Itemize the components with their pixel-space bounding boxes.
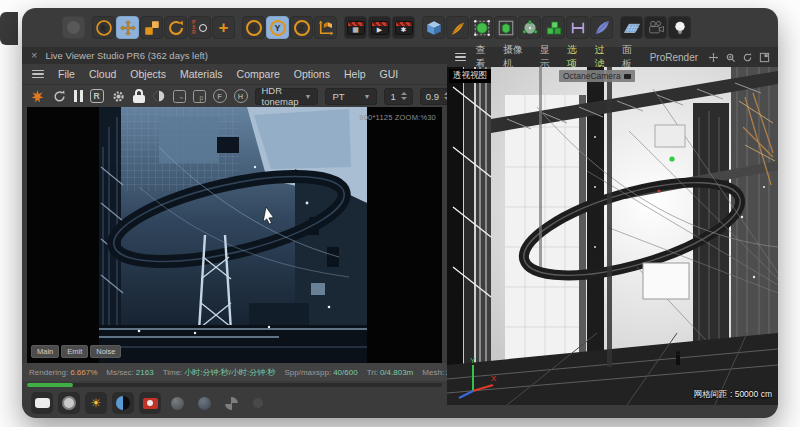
pan-icon[interactable] — [708, 52, 719, 63]
menu-cloud[interactable]: Cloud — [89, 68, 116, 80]
viewport-nav-icons — [708, 52, 770, 63]
psr-ring-icon — [199, 24, 207, 32]
add-cube-button[interactable] — [422, 16, 445, 39]
pass-tab-emit[interactable]: Emit — [61, 345, 88, 358]
contrast-pass-button[interactable] — [112, 392, 134, 414]
psr-tool-button[interactable]: PSR — [188, 16, 211, 39]
disabled-pass-button-2[interactable] — [193, 392, 215, 414]
spline-pen-button[interactable] — [446, 16, 469, 39]
kernel-dropdown[interactable]: PT ▼ — [325, 88, 377, 105]
beauty-pass-icon — [35, 398, 50, 408]
pen-icon — [449, 19, 467, 37]
spline-leaf-button[interactable] — [590, 16, 613, 39]
camera-pass-button[interactable] — [139, 392, 161, 414]
subsample-stepper[interactable]: 1 — [384, 88, 412, 105]
lock-resolution-button[interactable] — [133, 89, 145, 103]
sun-pass-button[interactable]: ☀ — [85, 392, 107, 414]
kernel-value: PT — [332, 91, 344, 102]
sphere-ring-icon — [62, 396, 76, 410]
z-axis-button[interactable]: Z — [290, 16, 313, 39]
camera-icon — [647, 19, 665, 37]
menu-compare[interactable]: Compare — [237, 68, 280, 80]
menu-objects[interactable]: Objects — [130, 68, 166, 80]
disabled-pass-button-3[interactable] — [220, 392, 242, 414]
vp-menu-prorender[interactable]: ProRender — [650, 52, 698, 63]
menu-materials[interactable]: Materials — [180, 68, 223, 80]
render-region-button[interactable]: ⌁ — [173, 90, 186, 103]
sync-button[interactable] — [52, 89, 67, 104]
viewport-hamburger-icon[interactable] — [455, 53, 466, 62]
perspective-viewport[interactable]: 透视视图 OctaneCamera 网格间距 : 50000 cm Y X — [447, 67, 778, 405]
add-plus-button[interactable]: + — [212, 16, 235, 39]
camera-mini-icon — [624, 74, 631, 79]
deformer-button[interactable] — [518, 16, 541, 39]
volume-generator-button[interactable] — [494, 16, 517, 39]
menu-help[interactable]: Help — [344, 68, 366, 80]
subdivision-surface-button[interactable] — [470, 16, 493, 39]
cube-icon — [425, 19, 443, 37]
select-tool-button[interactable] — [92, 16, 115, 39]
render-pass-tabs: Main Emit Noise — [31, 345, 121, 358]
light-button[interactable] — [668, 16, 691, 39]
render-picture-viewer-button[interactable]: ▶ — [368, 16, 391, 39]
live-button-disabled[interactable] — [62, 16, 85, 39]
render-view-icon: ▦ — [347, 21, 365, 35]
y-axis-button[interactable]: Y — [266, 16, 289, 39]
restart-button[interactable]: R — [90, 89, 104, 103]
top-toolbar: PSR + X Y Z ▦ ▶ ✱ — [22, 8, 778, 47]
clip-region-button[interactable]: p — [193, 90, 206, 103]
cinema4d-window: PSR + X Y Z ▦ ▶ ✱ — [22, 8, 778, 418]
disabled-pass-button-1[interactable] — [166, 392, 188, 414]
subsample-value: 1 — [390, 91, 395, 102]
octane-logo-button[interactable] — [30, 89, 45, 104]
viewport-name-label[interactable]: 透视视图 — [449, 69, 491, 83]
settings-button[interactable] — [111, 89, 126, 104]
pass-tab-noise[interactable]: Noise — [90, 345, 121, 358]
render-settings-button[interactable]: ✱ — [392, 16, 415, 39]
render-view-button[interactable]: ▦ — [344, 16, 367, 39]
dolly-icon[interactable] — [725, 52, 736, 63]
rotate-view-icon[interactable] — [742, 52, 753, 63]
render-view[interactable]: 900*1125 ZOOM:%30 Main Emit Noise — [27, 107, 442, 363]
rotate-icon — [167, 19, 185, 37]
coordinate-system-icon — [317, 19, 335, 37]
dim-sphere-icon — [198, 397, 211, 410]
menu-gui[interactable]: GUI — [380, 68, 399, 80]
sphere-ring-pass-button[interactable] — [58, 392, 80, 414]
stepper-arrows-icon[interactable] — [401, 92, 407, 100]
coordinate-system-button[interactable] — [314, 16, 337, 39]
footer-toolbar: ☀ — [22, 388, 447, 418]
disabled-pass-button-4[interactable] — [247, 392, 269, 414]
menu-options[interactable]: Options — [294, 68, 330, 80]
gamma-value: 0.9 — [426, 91, 439, 102]
pass-tab-main[interactable]: Main — [31, 345, 59, 358]
axis-workplane-button[interactable] — [566, 16, 589, 39]
maximize-view-icon[interactable] — [759, 52, 770, 63]
chevron-down-icon: ▼ — [304, 93, 311, 100]
live-viewer-toolbar: R ⌁ p F H HDR tonemap ▼ PT ▼ 1 — [22, 85, 447, 107]
floor-button[interactable] — [620, 16, 643, 39]
pause-button[interactable] — [74, 90, 83, 102]
x-axis-button[interactable]: X — [242, 16, 265, 39]
gear-icon — [111, 89, 126, 104]
desktop: PSR + X Y Z ▦ ▶ ✱ — [0, 0, 800, 427]
camera-tag-label[interactable]: OctaneCamera — [559, 70, 635, 82]
tonemap-dropdown[interactable]: HDR tonemap ▼ — [255, 88, 319, 105]
move-tool-button[interactable] — [116, 16, 139, 39]
material-picker-button[interactable]: H — [234, 89, 248, 103]
rotate-tool-button[interactable] — [164, 16, 187, 39]
red-camera-icon — [143, 398, 158, 409]
chevron-down-icon: ▼ — [363, 93, 370, 100]
scale-tool-button[interactable] — [140, 16, 163, 39]
z-axis-icon: Z — [294, 20, 310, 36]
status-msec: Ms/sec:2163 — [106, 368, 153, 377]
sphere-shade-button[interactable] — [152, 89, 166, 103]
close-icon[interactable]: × — [31, 50, 37, 61]
menu-file[interactable]: File — [58, 68, 75, 80]
camera-button[interactable] — [644, 16, 667, 39]
beauty-pass-button[interactable] — [31, 392, 53, 414]
cloner-button[interactable] — [542, 16, 565, 39]
focus-picker-button[interactable]: F — [213, 89, 227, 103]
render-picture-viewer-icon: ▶ — [371, 21, 389, 35]
hamburger-menu-icon[interactable] — [32, 70, 44, 79]
